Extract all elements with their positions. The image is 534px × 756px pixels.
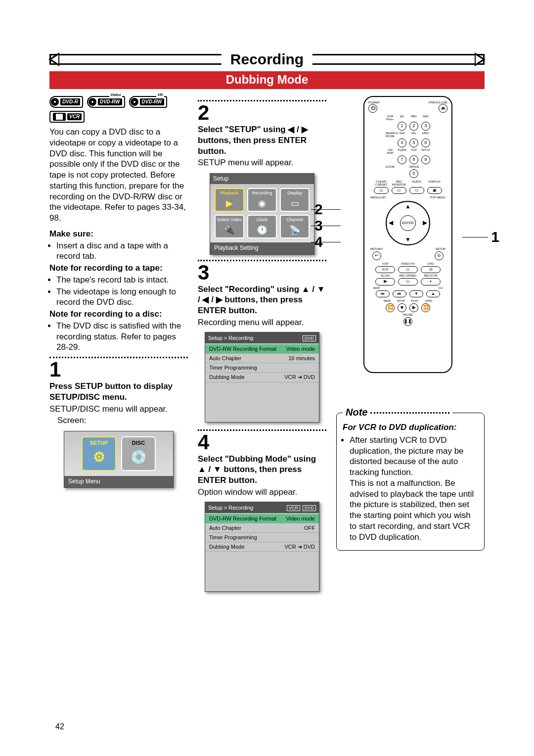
remote-label: REC SPEED [398, 274, 418, 277]
rew-button[interactable]: ⏪ [386, 303, 395, 312]
remote-label: STOP [396, 299, 406, 302]
audio-button[interactable]: ▭ [409, 187, 424, 194]
column-3: 2 3 4 1 POWER OPEN/CLOSE ⏻ ⏏ [336, 96, 485, 599]
stop-button[interactable]: ■ [398, 303, 406, 312]
remote-label: SLOW [375, 274, 395, 277]
badge-dvd-rw-video: VideoDVD-RW [87, 96, 125, 108]
key-sup: MNO [421, 132, 430, 138]
vcr-button[interactable]: ⊙⊙ [375, 266, 395, 273]
note-tape-item: The videotape is long enough to record t… [56, 286, 188, 308]
open-close-button[interactable]: ⏏ [439, 104, 447, 113]
arrow-right-icon[interactable]: ▶ [423, 220, 427, 227]
arrow-up-icon[interactable]: ▲ [405, 203, 411, 210]
remote-label: CLEAR/ C.RESET [374, 180, 389, 186]
intro-text: You can copy a DVD disc to a videotape o… [49, 127, 188, 224]
enter-button[interactable]: ENTER [400, 215, 416, 231]
note-box: Note For VCR to DVD duplication: After s… [336, 413, 485, 551]
step-1-number: 1 [49, 359, 188, 380]
remote-label: REC MONITOR [392, 180, 406, 186]
slow-button[interactable]: I▶ [375, 278, 395, 285]
osd-row: Auto ChapterOFF [205, 523, 319, 533]
rec-otr-button[interactable]: ● [421, 278, 441, 285]
remote-label: PLAY [409, 299, 420, 302]
remote-label: AUDIO [409, 180, 424, 186]
note-disc-item: The DVD disc is satisfied with the recor… [56, 321, 188, 353]
step-1-text: SETUP/DISC menu will appear. [49, 404, 188, 415]
osd-caption: Playback Setting [210, 242, 314, 254]
osd-row: DVD-RW Recording FormatVideo mode [205, 514, 319, 523]
ch-up-button[interactable]: ▲ [426, 290, 440, 297]
step-3-number: 3 [198, 262, 326, 283]
osd-row: DVD-RW Recording FormatVideo mode [205, 344, 319, 354]
rec-speed-button[interactable]: ▭ [398, 278, 418, 285]
keypad-4[interactable]: 4 [398, 139, 406, 147]
remote-label: VIDEO/TV [398, 262, 418, 265]
osd-breadcrumb: Setup > Recording [208, 334, 253, 342]
osd-mini-clock: Clock🕐 [247, 215, 277, 238]
osd-row: Timer Programming [205, 533, 319, 542]
keypad-3[interactable]: 3 [421, 122, 430, 131]
keypad-0[interactable]: 0 [409, 169, 418, 178]
arrow-left-icon[interactable]: ◀ [389, 220, 393, 227]
keypad-9[interactable]: 9 [421, 155, 430, 164]
remote-label: CH [438, 286, 443, 289]
remote-label: FWD [423, 299, 434, 302]
remote-label-open-close: OPEN/CLOSE [428, 101, 447, 104]
note-tape-item: The tape's record tab is intact. [56, 275, 188, 285]
skip-prev-button[interactable]: ⏮ [376, 290, 390, 297]
remote-control: POWER OPEN/CLOSE ⏻ ⏏ VCR Plus+ .@/: ABC [363, 96, 452, 373]
step-1-heading: Press SETUP button to display SETUP/DISC… [49, 381, 188, 403]
pause-button[interactable]: ❚❚ [403, 317, 412, 326]
step-2-text: SETUP menu will appear. [198, 157, 326, 168]
key-sup: ABC [409, 115, 418, 121]
clear-button[interactable]: ▭ [374, 187, 389, 194]
key-sup: CM SKIP [386, 148, 395, 154]
nav-ring[interactable]: ▲ ▼ ◀ ▶ ENTER [386, 201, 430, 245]
divider [49, 357, 188, 358]
divider [198, 100, 326, 101]
keypad-7[interactable]: 7 [398, 155, 406, 164]
remote-label-power: POWER [368, 101, 380, 104]
setup-button[interactable]: ⊝ [435, 251, 444, 260]
key-sup: TUV [409, 148, 418, 154]
osd-caption: Setup Menu [64, 476, 173, 487]
ch-down-button[interactable]: ▼ [409, 290, 423, 297]
osd-tile-disc: DISC 💿 [121, 436, 156, 471]
keypad-2[interactable]: 2 [409, 122, 418, 131]
skip-next-button[interactable]: ⏭ [393, 290, 406, 297]
fwd-button[interactable]: ⏩ [421, 303, 430, 312]
remote-label-pause: PAUSE [368, 313, 447, 316]
note-disc-heading: Note for recording to a disc: [49, 309, 188, 320]
osd-recording-menu-2: Setup > Recording VCR DVD DVD-RW Recordi… [205, 502, 319, 592]
column-2: 2 Select "SETUP" using ◀ / ▶ buttons, th… [198, 96, 326, 599]
osd-header: Setup [210, 174, 314, 184]
play-button[interactable]: ▶ [409, 303, 418, 312]
badge-vcr: VCR [49, 111, 85, 123]
return-button[interactable]: ↩ [372, 251, 381, 260]
arrow-down-icon[interactable]: ▼ [405, 236, 411, 243]
rec-monitor-button[interactable]: ▭ [392, 187, 406, 194]
keypad-8[interactable]: 8 [409, 155, 418, 164]
page-number: 42 [55, 722, 64, 731]
remote-label: SKIP [373, 286, 380, 289]
step-1-screen-label: Screen: [49, 415, 188, 426]
key-sup: WXYZ [421, 148, 430, 154]
keypad-1[interactable]: 1 [398, 122, 406, 131]
badge-dvd-r: DVD-R [49, 96, 83, 108]
record-icon: ◉ [258, 198, 266, 209]
osd-mini-select-video: Select Video🔌 [215, 215, 244, 238]
osd-row: Timer Programming [205, 363, 319, 373]
remote-label: TOP MENU [430, 196, 445, 199]
dvd-button[interactable]: ◎ [421, 266, 441, 273]
remote-label: DVD [421, 262, 441, 265]
make-sure-item: Insert a disc and a tape with a record t… [56, 240, 188, 262]
keypad-5[interactable]: 5 [409, 139, 418, 147]
osd-row: Dubbing ModeVCR ➜ DVD [205, 373, 319, 382]
display-button[interactable]: ▣ [427, 187, 442, 194]
keypad-6[interactable]: 6 [421, 139, 430, 147]
note-heading: Note [343, 406, 452, 419]
power-button[interactable]: ⏻ [368, 104, 377, 113]
key-sup: PQRS [398, 148, 406, 154]
video-tv-button[interactable]: ▭ [398, 266, 418, 273]
remote-label: SETUP [436, 247, 445, 250]
